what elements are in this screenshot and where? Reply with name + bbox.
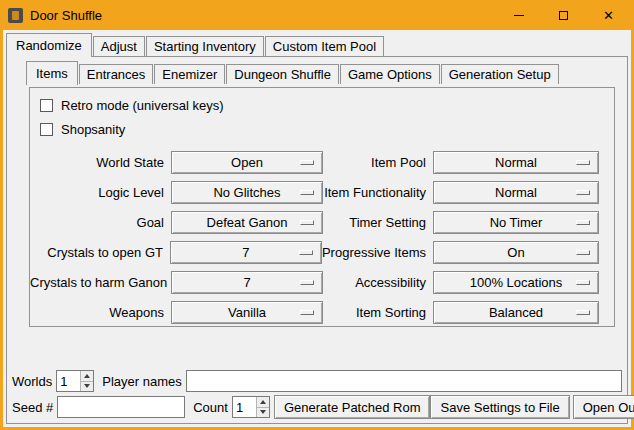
- option-fields: World State Open Item Pool Normal Logic …: [30, 147, 614, 327]
- retro-mode-label: Retro mode (universal keys): [61, 98, 224, 113]
- dropdown-indicator-icon: [300, 280, 314, 285]
- tab-custom-item-pool[interactable]: Custom Item Pool: [265, 36, 384, 56]
- dropdown-value: No Glitches: [213, 185, 280, 200]
- dropdown-indicator-icon: [300, 310, 314, 315]
- player-names-label: Player names: [102, 374, 181, 389]
- seed-label: Seed #: [12, 400, 53, 415]
- titlebar: Door Shuffle ✕: [3, 0, 631, 30]
- outer-tab-bar: Randomize Adjust Starting Inventory Cust…: [6, 33, 385, 57]
- spin-up-icon[interactable]: [257, 397, 269, 408]
- tab-dungeon-shuffle[interactable]: Dungeon Shuffle: [226, 64, 339, 84]
- worlds-row: Worlds Player names: [12, 369, 622, 393]
- tab-enemizer[interactable]: Enemizer: [154, 64, 225, 84]
- inner-tab-bar: Items Entrances Enemizer Dungeon Shuffle…: [26, 61, 560, 85]
- dropdown-value: Vanilla: [228, 305, 266, 320]
- dropdown-indicator-icon: [576, 160, 590, 165]
- maximize-button[interactable]: [541, 0, 586, 30]
- dropdown-indicator-icon: [300, 190, 314, 195]
- dropdown-value: Normal: [495, 185, 537, 200]
- dropdown-indicator-icon: [576, 220, 590, 225]
- spinner-arrows: [256, 397, 269, 417]
- logic-level-label: Logic Level: [30, 185, 171, 200]
- close-button[interactable]: ✕: [586, 0, 631, 30]
- shopsanity-row: Shopsanity: [40, 117, 614, 141]
- item-pool-label: Item Pool: [323, 155, 433, 170]
- retro-mode-checkbox[interactable]: [40, 99, 53, 112]
- tab-items[interactable]: Items: [26, 61, 78, 85]
- dropdown-value: Normal: [495, 155, 537, 170]
- field-row: Weapons Vanilla Item Sorting Balanced: [30, 297, 614, 327]
- shopsanity-checkbox[interactable]: [40, 123, 53, 136]
- seed-input[interactable]: [57, 396, 185, 418]
- app-icon: [8, 8, 23, 23]
- logic-level-dropdown[interactable]: No Glitches: [171, 181, 323, 204]
- dropdown-indicator-icon: [300, 160, 314, 165]
- window-title: Door Shuffle: [30, 8, 102, 23]
- weapons-dropdown[interactable]: Vanilla: [171, 301, 323, 324]
- count-input[interactable]: [233, 397, 256, 417]
- item-functionality-label: Item Functionality: [323, 185, 433, 200]
- dropdown-indicator-icon: [576, 250, 590, 255]
- maximize-icon: [559, 11, 568, 20]
- minimize-button[interactable]: [496, 0, 541, 30]
- crystals-ganon-label: Crystals to harm Ganon: [30, 275, 171, 290]
- dropdown-value: No Timer: [490, 215, 543, 230]
- field-row: Crystals to harm Ganon 7 Accessibility 1…: [30, 267, 614, 297]
- spin-down-icon[interactable]: [257, 408, 269, 418]
- dropdown-value: On: [507, 245, 524, 260]
- count-spinner: [232, 396, 270, 418]
- field-row: Logic Level No Glitches Item Functionali…: [30, 177, 614, 207]
- retro-mode-row: Retro mode (universal keys): [40, 93, 614, 117]
- crystals-ganon-dropdown[interactable]: 7: [171, 271, 323, 294]
- tab-entrances[interactable]: Entrances: [79, 64, 154, 84]
- spin-down-icon[interactable]: [81, 382, 93, 392]
- crystals-gt-label: Crystals to open GT: [30, 245, 170, 260]
- count-label: Count: [193, 400, 228, 415]
- worlds-spinner: [56, 370, 94, 392]
- field-row: World State Open Item Pool Normal: [30, 147, 614, 177]
- weapons-label: Weapons: [30, 305, 171, 320]
- item-pool-dropdown[interactable]: Normal: [433, 151, 599, 174]
- item-sorting-dropdown[interactable]: Balanced: [433, 301, 599, 324]
- tab-randomize[interactable]: Randomize: [6, 33, 92, 57]
- goal-label: Goal: [30, 215, 171, 230]
- dropdown-value: Balanced: [489, 305, 543, 320]
- open-output-button[interactable]: Open Output Directory: [573, 395, 634, 419]
- world-state-label: World State: [30, 155, 171, 170]
- timer-setting-label: Timer Setting: [323, 215, 433, 230]
- dropdown-value: 100% Locations: [470, 275, 563, 290]
- generate-rom-button[interactable]: Generate Patched Rom: [274, 395, 431, 419]
- tab-adjust[interactable]: Adjust: [93, 36, 145, 56]
- window-content: Randomize Adjust Starting Inventory Cust…: [3, 30, 631, 427]
- player-names-input[interactable]: [186, 370, 622, 392]
- tab-game-options[interactable]: Game Options: [340, 64, 440, 84]
- dropdown-value: 7: [243, 275, 250, 290]
- accessibility-dropdown[interactable]: 100% Locations: [433, 271, 599, 294]
- close-icon: ✕: [603, 9, 614, 22]
- save-settings-button[interactable]: Save Settings to File: [430, 395, 569, 419]
- world-state-dropdown[interactable]: Open: [171, 151, 323, 174]
- timer-setting-dropdown[interactable]: No Timer: [433, 211, 599, 234]
- items-tab-panel: Retro mode (universal keys) Shopsanity W…: [29, 87, 615, 327]
- dropdown-value: 7: [242, 245, 249, 260]
- field-row: Goal Defeat Ganon Timer Setting No Timer: [30, 207, 614, 237]
- dropdown-value: Defeat Ganon: [207, 215, 288, 230]
- window-controls: ✕: [496, 0, 631, 30]
- randomize-tab-panel: Items Entrances Enemizer Dungeon Shuffle…: [6, 56, 628, 424]
- item-functionality-dropdown[interactable]: Normal: [433, 181, 599, 204]
- tab-starting-inventory[interactable]: Starting Inventory: [146, 36, 264, 56]
- spin-up-icon[interactable]: [81, 371, 93, 382]
- seed-row: Seed # Count Generate Patched Rom Save S…: [12, 395, 622, 419]
- minimize-icon: [514, 15, 524, 16]
- worlds-input[interactable]: [57, 371, 80, 391]
- dropdown-indicator-icon: [576, 310, 590, 315]
- goal-dropdown[interactable]: Defeat Ganon: [171, 211, 323, 234]
- dropdown-value: Open: [231, 155, 263, 170]
- progressive-items-dropdown[interactable]: On: [433, 241, 599, 264]
- progressive-items-label: Progressive Items: [322, 245, 433, 260]
- tab-generation-setup[interactable]: Generation Setup: [441, 64, 559, 84]
- dropdown-indicator-icon: [576, 280, 590, 285]
- crystals-gt-dropdown[interactable]: 7: [170, 241, 322, 264]
- window: Door Shuffle ✕ Randomize Adjust Starting…: [0, 0, 634, 430]
- spinner-arrows: [80, 371, 93, 391]
